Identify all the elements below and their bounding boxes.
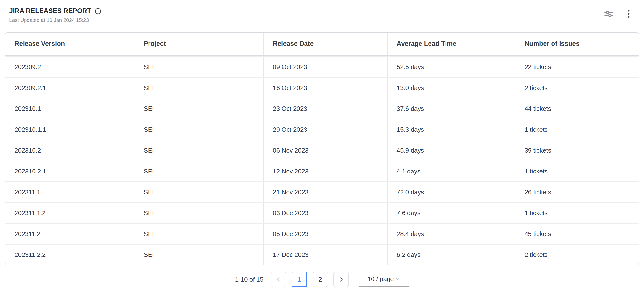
cell-release-version: 202310.2	[5, 140, 134, 160]
table-row: 202310.2 SEI 06 Nov 2023 45.9 days 39 ti…	[5, 140, 639, 160]
cell-release-version: 202311.2.2	[5, 244, 134, 265]
cell-release-version: 202310.1.1	[5, 119, 134, 140]
cell-number-of-issues: 1 tickets	[515, 119, 639, 140]
cell-number-of-issues: 26 tickets	[515, 182, 639, 202]
column-header-number-of-issues: Number of Issues	[515, 33, 639, 54]
cell-project: SEI	[134, 224, 263, 244]
page-size-select[interactable]: 10 / page	[359, 272, 409, 287]
cell-project: SEI	[134, 182, 263, 202]
cell-number-of-issues: 2 tickets	[515, 244, 639, 265]
cell-release-version: 202310.1	[5, 98, 134, 119]
cell-release-date: 23 Oct 2023	[263, 98, 387, 119]
chevron-down-icon	[395, 277, 400, 282]
cell-release-date: 21 Nov 2023	[263, 182, 387, 202]
cell-release-version: 202311.2	[5, 224, 134, 244]
page-button-2[interactable]: 2	[312, 272, 328, 287]
table-row: 202310.1.1 SEI 29 Oct 2023 15.3 days 1 t…	[5, 119, 639, 140]
column-header-release-date: Release Date	[263, 33, 387, 54]
next-page-button[interactable]	[334, 272, 349, 287]
cell-project: SEI	[134, 57, 263, 77]
cell-project: SEI	[134, 140, 263, 160]
cell-average-lead-time: 4.1 days	[387, 161, 515, 182]
cell-release-date: 29 Oct 2023	[263, 119, 387, 140]
cell-release-version: 202310.2.1	[5, 161, 134, 182]
cell-average-lead-time: 13.0 days	[387, 78, 515, 98]
page-title: JIRA RELEASES REPORT	[9, 7, 91, 15]
pagination-range-label: 1-10 of 15	[235, 276, 263, 283]
cell-project: SEI	[134, 98, 263, 119]
info-icon[interactable]	[95, 8, 102, 14]
cell-number-of-issues: 22 tickets	[515, 57, 639, 77]
report-header: JIRA RELEASES REPORT Last Updated at 16 …	[0, 0, 644, 28]
cell-number-of-issues: 2 tickets	[515, 78, 639, 98]
pagination: 1-10 of 15 1 2 10 / page	[0, 272, 644, 287]
table-row: 202309.2 SEI 09 Oct 2023 52.5 days 22 ti…	[5, 56, 639, 77]
releases-table: Release Version Project Release Date Ave…	[5, 32, 639, 266]
cell-release-version: 202311.1.2	[5, 203, 134, 223]
table-row: 202311.1 SEI 21 Nov 2023 72.0 days 26 ti…	[5, 182, 639, 202]
table-row: 202311.2.2 SEI 17 Dec 2023 6.2 days 2 ti…	[5, 244, 639, 265]
cell-release-date: 16 Oct 2023	[263, 78, 387, 98]
cell-number-of-issues: 45 tickets	[515, 224, 639, 244]
cell-average-lead-time: 28.4 days	[387, 224, 515, 244]
cell-number-of-issues: 44 tickets	[515, 98, 639, 119]
header-divider	[5, 54, 639, 56]
cell-project: SEI	[134, 203, 263, 223]
table-row: 202309.2.1 SEI 16 Oct 2023 13.0 days 2 t…	[5, 77, 639, 98]
cell-release-version: 202309.2	[5, 57, 134, 77]
table-row: 202310.1 SEI 23 Oct 2023 37.6 days 44 ti…	[5, 98, 639, 119]
prev-page-button[interactable]	[271, 272, 286, 287]
table-header-row: Release Version Project Release Date Ave…	[5, 33, 639, 54]
last-updated-label: Last Updated at 16 Jan 2024 15:23	[9, 17, 634, 23]
cell-release-version: 202311.1	[5, 182, 134, 202]
cell-number-of-issues: 1 tickets	[515, 161, 639, 182]
cell-release-date: 09 Oct 2023	[263, 57, 387, 77]
sliders-icon[interactable]	[604, 9, 614, 18]
cell-release-date: 17 Dec 2023	[263, 244, 387, 265]
cell-release-version: 202309.2.1	[5, 78, 134, 98]
cell-average-lead-time: 15.3 days	[387, 119, 515, 140]
cell-project: SEI	[134, 161, 263, 182]
cell-release-date: 05 Dec 2023	[263, 224, 387, 244]
cell-average-lead-time: 7.6 days	[387, 203, 515, 223]
cell-average-lead-time: 45.9 days	[387, 140, 515, 160]
cell-number-of-issues: 39 tickets	[515, 140, 639, 160]
cell-release-date: 12 Nov 2023	[263, 161, 387, 182]
cell-average-lead-time: 6.2 days	[387, 244, 515, 265]
column-header-average-lead-time: Average Lead Time	[387, 33, 515, 54]
cell-project: SEI	[134, 244, 263, 265]
cell-project: SEI	[134, 78, 263, 98]
page-button-1[interactable]: 1	[292, 272, 307, 287]
cell-release-date: 06 Nov 2023	[263, 140, 387, 160]
cell-project: SEI	[134, 119, 263, 140]
table-row: 202311.2 SEI 05 Dec 2023 28.4 days 45 ti…	[5, 223, 639, 244]
cell-average-lead-time: 52.5 days	[387, 57, 515, 77]
column-header-release-version: Release Version	[5, 33, 134, 54]
column-header-project: Project	[134, 33, 263, 54]
cell-number-of-issues: 1 tickets	[515, 203, 639, 223]
table-row: 202310.2.1 SEI 12 Nov 2023 4.1 days 1 ti…	[5, 160, 639, 182]
table-row: 202311.1.2 SEI 03 Dec 2023 7.6 days 1 ti…	[5, 202, 639, 223]
kebab-menu-icon[interactable]	[624, 9, 633, 18]
cell-average-lead-time: 37.6 days	[387, 98, 515, 119]
page-size-label: 10 / page	[368, 275, 394, 283]
cell-average-lead-time: 72.0 days	[387, 182, 515, 202]
cell-release-date: 03 Dec 2023	[263, 203, 387, 223]
